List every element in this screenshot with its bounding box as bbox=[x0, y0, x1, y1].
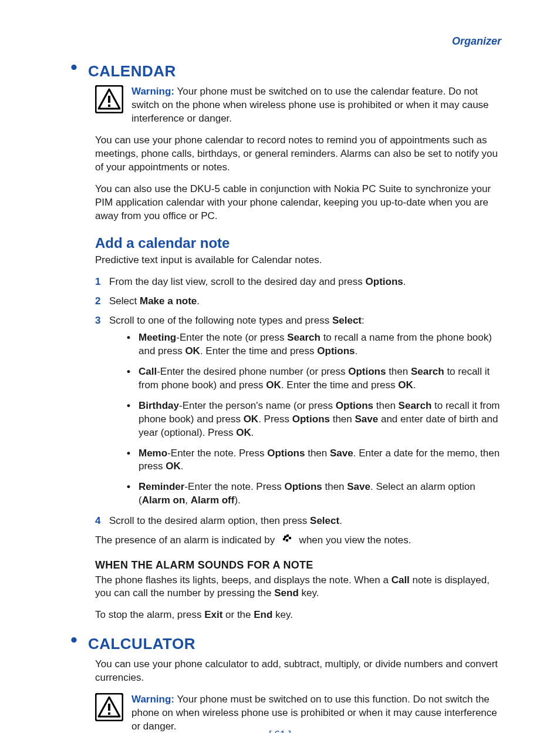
svg-rect-5 bbox=[286, 534, 289, 537]
svg-rect-10 bbox=[108, 712, 110, 715]
note-type-item: Birthday-Enter the person's name (or pre… bbox=[127, 399, 501, 440]
paragraph: You can use your phone calendar to recor… bbox=[95, 134, 501, 174]
chapter-label: Organizer bbox=[70, 34, 501, 48]
calendar-section-body: Warning: Your phone must be switched on … bbox=[95, 85, 501, 622]
step-number: 3 bbox=[95, 314, 100, 328]
step-number: 2 bbox=[95, 295, 100, 308]
step-text: From the day list view, scroll to the de… bbox=[109, 276, 406, 287]
svg-rect-4 bbox=[283, 538, 285, 540]
subsection-heading: Add a calendar note bbox=[95, 234, 501, 253]
alarm-indicator-icon bbox=[281, 534, 293, 547]
page: Organizer • CALENDAR Warning: Your phone… bbox=[0, 0, 560, 733]
paragraph: The phone flashes its lights, beeps, and… bbox=[95, 574, 501, 601]
alarm-indicator-paragraph: The presence of an alarm is indicated by… bbox=[95, 534, 501, 547]
page-number: [ 61 ] bbox=[0, 728, 560, 733]
section-title: CALCULATOR bbox=[88, 634, 195, 654]
paragraph: To stop the alarm, press Exit or the End… bbox=[95, 608, 501, 622]
section-heading-calculator: • CALCULATOR bbox=[70, 634, 501, 654]
note-type-item: Memo-Enter the note. Press Options then … bbox=[127, 447, 501, 474]
svg-rect-9 bbox=[108, 704, 110, 711]
note-type-item: Reminder-Enter the note. Press Options t… bbox=[127, 480, 501, 507]
step-number: 4 bbox=[95, 515, 100, 528]
warning-block: Warning: Your phone must be switched on … bbox=[95, 693, 501, 733]
step-text: Scroll to the desired alarm option, then… bbox=[109, 515, 342, 526]
paragraph: You can also use the DKU-5 cable in conj… bbox=[95, 183, 501, 223]
warning-body: Your phone must be switched on to use th… bbox=[131, 694, 497, 732]
calculator-section-body: You can use your phone calculator to add… bbox=[95, 658, 501, 733]
step-item: 3Scroll to one of the following note typ… bbox=[95, 314, 501, 507]
note-type-item: Call-Enter the desired phone number (or … bbox=[127, 365, 501, 392]
warning-text: Warning: Your phone must be switched on … bbox=[131, 693, 501, 733]
warning-block: Warning: Your phone must be switched on … bbox=[95, 85, 501, 126]
step-text: Scroll to one of the following note type… bbox=[109, 315, 365, 326]
step-text: Select Make a note. bbox=[109, 295, 200, 307]
note-type-item: Meeting-Enter the note (or press Search … bbox=[127, 331, 501, 358]
paragraph: You can use your phone calculator to add… bbox=[95, 658, 501, 685]
section-heading-calendar: • CALENDAR bbox=[70, 61, 501, 82]
step-item: 2Select Make a note. bbox=[95, 295, 501, 308]
step-item: 1From the day list view, scroll to the d… bbox=[95, 275, 501, 289]
step-number: 1 bbox=[95, 275, 100, 289]
warning-body: Your phone must be switched on to use th… bbox=[131, 86, 489, 124]
svg-rect-3 bbox=[284, 536, 286, 538]
paragraph: Predictive text input is available for C… bbox=[95, 254, 501, 267]
svg-rect-1 bbox=[108, 96, 110, 103]
section-title: CALENDAR bbox=[88, 61, 176, 82]
warning-icon bbox=[95, 693, 123, 733]
svg-rect-7 bbox=[286, 539, 288, 542]
step-item: 4Scroll to the desired alarm option, the… bbox=[95, 515, 501, 528]
warning-text: Warning: Your phone must be switched on … bbox=[131, 85, 501, 126]
warning-label: Warning: bbox=[131, 694, 174, 705]
svg-rect-6 bbox=[289, 537, 291, 539]
steps-list: 1From the day list view, scroll to the d… bbox=[95, 275, 501, 528]
subsubsection-heading: WHEN THE ALARM SOUNDS FOR A NOTE bbox=[95, 558, 501, 572]
note-types-list: Meeting-Enter the note (or press Search … bbox=[127, 331, 501, 507]
warning-label: Warning: bbox=[131, 86, 174, 97]
warning-icon bbox=[95, 85, 123, 126]
svg-rect-2 bbox=[108, 105, 110, 107]
